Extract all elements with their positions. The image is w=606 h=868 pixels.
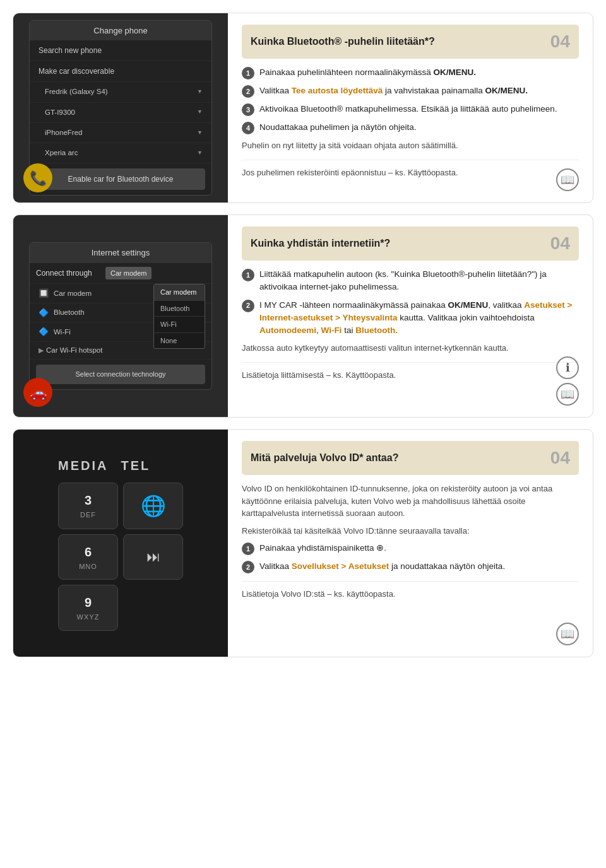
step-3-2: 2 Valitkaa Sovellukset > Asetukset ja no…: [242, 560, 579, 573]
step-text-1: Painakaa puhelinlähteen normaalinäkymäss…: [259, 66, 579, 79]
menu-item: iPhoneFred ▼: [30, 123, 211, 143]
section2-note: Jatkossa auto kytkeytyy automaattisesti …: [242, 342, 579, 355]
screen-button: Enable car for Bluetooth device: [36, 168, 205, 190]
connect-through-row: Connect through Car modem: [30, 263, 211, 284]
section2-title: Kuinka yhdistän internetiin*?: [251, 236, 390, 251]
section3-header: Mitä palveluja Volvo ID* antaa? 04: [242, 441, 579, 475]
book-icon: 📖: [556, 168, 579, 191]
step-text-3: Aktivoikaa Bluetooth® matkapuhelimessa. …: [259, 103, 579, 115]
step-circle-4: 4: [242, 122, 254, 134]
phone-icon: 📞: [23, 163, 52, 192]
section2-number: 04: [550, 230, 570, 257]
section3-image: MEDIA TEL 3 DEF 🌐 6 MNO ⏭ 9: [13, 430, 228, 657]
step3-text-1: Painakaa yhdistämispainiketta ⊕.: [259, 542, 579, 554]
screen-title: Change phone: [30, 21, 211, 41]
section3-content: Mitä palveluja Volvo ID* antaa? 04 Volvo…: [228, 430, 593, 657]
section-volvo-id: MEDIA TEL 3 DEF 🌐 6 MNO ⏭ 9: [13, 429, 593, 657]
step3-circle-2: 2: [242, 561, 254, 573]
section3-footer: Lisätietoja Volvo ID:stä – ks. käyttöopa…: [242, 581, 579, 601]
section3-title: Mitä palveluja Volvo ID* antaa?: [251, 450, 398, 466]
step2-circle-1: 1: [242, 269, 254, 281]
step2-text-1: Liittäkää matkapuhelin autoon (ks. "Kuin…: [259, 268, 579, 294]
menu-item: Search new phone: [30, 40, 211, 61]
step3-text-2: Valitkaa Sovellukset > Asetukset ja noud…: [259, 560, 579, 573]
internet-screen: Internet settings Connect through Car mo…: [29, 242, 212, 389]
step-text-4: Noudattakaa puhelimen ja näytön ohjeita.: [259, 121, 579, 134]
car-controls-image: MEDIA TEL 3 DEF 🌐 6 MNO ⏭ 9: [13, 430, 228, 657]
btn-9-wxyz: 9 WXYZ: [58, 585, 118, 631]
section2-header: Kuinka yhdistän internetiin*? 04: [242, 226, 579, 261]
connect-through-label: Connect through: [36, 267, 105, 279]
book-icon-3: 📖: [556, 623, 579, 645]
section1-header: Kuinka Bluetooth® -puhelin liitetään*? 0…: [242, 25, 579, 59]
section1-image: Change phone Search new phone Make car d…: [13, 13, 228, 202]
menu-item: Fredrik (Galaxy S4) ▼: [30, 82, 211, 102]
btn-6-mno: 6 MNO: [58, 534, 118, 580]
section3-footer-icons: 📖: [556, 623, 579, 645]
step-3-1: 1 Painakaa yhdistämispainiketta ⊕.: [242, 542, 579, 555]
section1-note: Puhelin on nyt liitetty ja sitä voidaan …: [242, 139, 579, 152]
step-text-2: Valitkaa Tee autosta löydettävä ja vahvi…: [259, 85, 579, 97]
menu-item: Xperia arc ▼: [30, 143, 211, 163]
step-circle-3: 3: [242, 103, 254, 116]
dropdown-panel: Car modem Bluetooth Wi-Fi None: [153, 284, 205, 349]
book-icon-2: 📖: [556, 383, 579, 406]
menu-item: Make car discoverable: [30, 61, 211, 82]
section-internet: Internet settings Connect through Car mo…: [13, 214, 593, 418]
section1-footer: Jos puhelimen rekisteröinti epäonnistuu …: [242, 160, 579, 179]
inet-screen-title: Internet settings: [30, 243, 211, 263]
section1-content: Kuinka Bluetooth® -puhelin liitetään*? 0…: [228, 13, 593, 202]
btn-forward: ⏭: [123, 534, 183, 580]
tel-label: TEL: [121, 456, 150, 475]
section3-para1: Volvo ID on henkilökohtainen ID-tunnukse…: [242, 483, 579, 520]
section1-title: Kuinka Bluetooth® -puhelin liitetään*?: [251, 34, 435, 49]
section-bluetooth: Change phone Search new phone Make car d…: [13, 13, 593, 203]
step-circle-2: 2: [242, 85, 254, 98]
step-1-4: 4 Noudattakaa puhelimen ja näytön ohjeit…: [242, 121, 579, 134]
info-icon: ℹ: [556, 356, 579, 379]
step3-circle-1: 1: [242, 542, 254, 555]
step2-text-2: I MY CAR -lähteen normaalinäkymässä pain…: [259, 299, 579, 337]
step-1-3: 3 Aktivoikaa Bluetooth® matkapuhelimessa…: [242, 103, 579, 116]
section2-footer-icons: ℹ 📖: [556, 356, 579, 406]
section2-content: Kuinka yhdistän internetiin*? 04 1 Liitt…: [228, 215, 593, 417]
phone-screen: Change phone Search new phone Make car d…: [29, 20, 212, 196]
section3-para2: Rekisteröikää tai käsitelkää Volvo ID:tä…: [242, 525, 579, 537]
step-1-2: 2 Valitkaa Tee autosta löydettävä ja vah…: [242, 85, 579, 98]
section3-number: 04: [550, 445, 570, 471]
step-2-1: 1 Liittäkää matkapuhelin autoon (ks. "Ku…: [242, 268, 579, 294]
step-1-1: 1 Painakaa puhelinlähteen normaalinäkymä…: [242, 66, 579, 79]
section2-footer: Lisätietoja liittämisestä – ks. Käyttöop…: [242, 362, 579, 382]
car-icon: 🚗: [23, 378, 52, 407]
step-circle-1: 1: [242, 67, 254, 79]
inet-select-btn: Select connection technology: [36, 365, 205, 384]
section1-number: 04: [550, 28, 570, 55]
step2-circle-2: 2: [242, 300, 254, 312]
menu-item: GT-I9300 ▼: [30, 103, 211, 123]
step-2-2: 2 I MY CAR -lähteen normaalinäkymässä pa…: [242, 299, 579, 337]
connect-through-value: Car modem: [105, 267, 152, 280]
media-label: MEDIA: [58, 456, 108, 475]
btn-globe: 🌐: [123, 483, 183, 529]
section2-image: Internet settings Connect through Car mo…: [13, 215, 228, 417]
btn-3-def: 3 DEF: [58, 483, 118, 529]
section1-footer-icons: 📖: [556, 168, 579, 191]
